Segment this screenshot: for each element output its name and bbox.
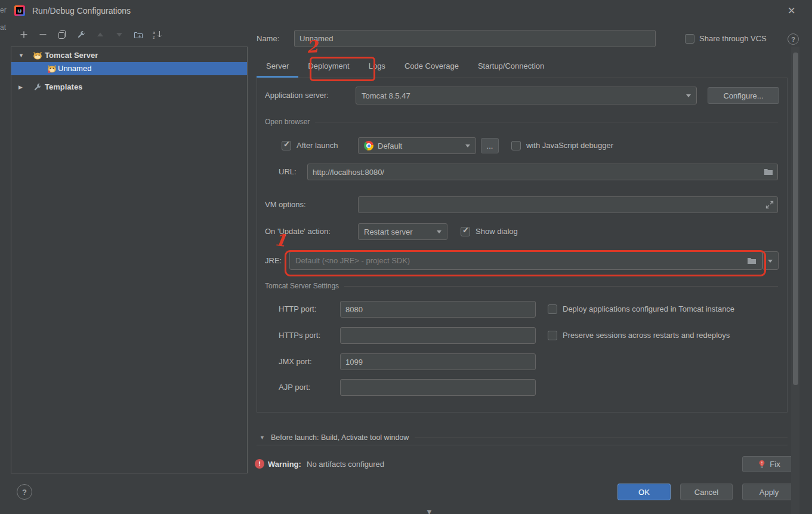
url-row: URL: (257, 164, 787, 180)
chevron-right-icon[interactable] (18, 81, 23, 94)
deploy-apps-label: Deploy applications configured in Tomcat… (563, 301, 734, 318)
apply-button-label: Apply (759, 488, 779, 497)
http-port-label: HTTP port: (279, 301, 316, 318)
configurations-toolbar: az (19, 27, 162, 42)
jmx-port-input[interactable] (340, 353, 536, 370)
js-debugger-checkbox[interactable] (511, 141, 521, 150)
name-input[interactable] (294, 30, 656, 47)
separator-line (257, 445, 788, 445)
chevron-down-icon (437, 230, 441, 233)
move-down-button (115, 30, 124, 39)
tree-item-templates[interactable]: Templates (11, 81, 247, 94)
configure-button[interactable]: Configure... (708, 87, 779, 104)
tree-item-tomcat-server[interactable]: Tomcat Server (11, 49, 247, 62)
tab-code-coverage[interactable]: Code Coverage (395, 56, 468, 78)
tab-server[interactable]: Server (257, 56, 298, 78)
https-port-input[interactable] (340, 327, 536, 344)
help-button[interactable] (17, 484, 32, 500)
background-partial-chevron-icon (425, 507, 433, 514)
share-through-vcs-checkbox[interactable] (685, 34, 694, 44)
application-server-value: Tomcat 8.5.47 (362, 91, 410, 100)
tomcat-settings-section: Tomcat Server Settings (265, 282, 778, 290)
warning-row: Warning: No artifacts configured Fix (255, 456, 796, 473)
intellij-logo-icon: IJ (14, 5, 25, 16)
minus-icon (38, 30, 48, 39)
http-port-row: HTTP port: Deploy applications configure… (257, 301, 787, 318)
create-folder-button[interactable] (134, 30, 143, 39)
arrow-up-icon (95, 30, 105, 39)
url-label: URL: (279, 164, 297, 180)
help-icon[interactable] (788, 33, 799, 45)
show-dialog-checkbox[interactable] (461, 227, 470, 236)
sort-configurations-button[interactable]: az (153, 30, 162, 39)
expand-icon[interactable] (765, 200, 774, 211)
jre-value: Default (<no JRE> - project SDK) (295, 256, 410, 265)
browse-browser-button[interactable]: ... (481, 138, 499, 153)
open-browser-section-label: Open browser (265, 118, 310, 126)
share-through-vcs-label: Share through VCS (699, 30, 767, 48)
folder-icon[interactable] (764, 167, 773, 178)
background-text-fragment: at (0, 23, 6, 32)
url-input[interactable] (307, 164, 778, 180)
chevron-down-icon (768, 260, 773, 263)
jmx-port-row: JMX port: (257, 353, 787, 370)
tomcat-invalid-icon (47, 64, 57, 73)
tomcat-settings-section-label: Tomcat Server Settings (265, 282, 339, 290)
cancel-button-label: Cancel (694, 488, 718, 497)
folder-icon[interactable] (747, 256, 757, 267)
apply-button[interactable]: Apply (742, 484, 796, 500)
http-port-input[interactable] (340, 301, 536, 318)
remove-configuration-button[interactable] (38, 30, 48, 39)
name-row: Name: Share through VCS (257, 30, 798, 48)
before-launch-label: Before launch: Build, Activate tool wind… (271, 433, 409, 442)
name-label: Name: (257, 30, 279, 48)
chevron-down-icon (465, 144, 470, 147)
application-server-combo[interactable]: Tomcat 8.5.47 (356, 87, 697, 104)
close-icon[interactable] (788, 2, 795, 19)
plus-icon (19, 30, 29, 39)
vm-options-input[interactable] (358, 196, 778, 213)
after-launch-checkbox[interactable] (282, 141, 291, 150)
browser-combo[interactable]: Default (358, 137, 476, 154)
copy-configuration-button[interactable] (57, 30, 67, 39)
chevron-down-icon[interactable] (18, 49, 24, 62)
section-separator-line (415, 438, 788, 438)
tab-startup-connection[interactable]: Startup/Connection (468, 56, 554, 78)
chrome-icon (364, 141, 373, 150)
before-launch-section[interactable]: Before launch: Build, Activate tool wind… (257, 431, 788, 444)
scrollbar-thumb[interactable] (793, 53, 798, 385)
after-launch-row: After launch Default ... with JavaScript… (257, 137, 787, 155)
section-separator-line (315, 122, 778, 122)
tree-item-unnamed[interactable]: Unnamed (11, 62, 247, 75)
jre-combo[interactable]: Default (<no JRE> - project SDK) (289, 251, 762, 270)
chevron-down-icon[interactable] (260, 435, 265, 441)
show-dialog-label: Show dialog (476, 223, 518, 240)
update-action-row: On 'Update' action: Restart server Show … (257, 223, 787, 240)
tree-item-label: Unnamed (58, 62, 91, 75)
warning-prefix: Warning: (268, 456, 301, 472)
after-launch-label: After launch (297, 137, 338, 155)
red-bulb-icon (758, 460, 766, 469)
ajp-port-input[interactable] (340, 379, 536, 396)
tab-deployment[interactable]: Deployment (298, 56, 359, 78)
warning-message: No artifacts configured (307, 456, 384, 472)
section-separator-line (344, 286, 778, 287)
add-configuration-button[interactable] (19, 30, 29, 39)
vm-options-label: VM options: (265, 196, 306, 213)
update-action-value: Restart server (364, 227, 413, 236)
jre-row: JRE: Default (<no JRE> - project SDK) (257, 251, 787, 270)
cancel-button[interactable]: Cancel (680, 484, 733, 500)
ok-button[interactable]: OK (618, 484, 671, 500)
edit-defaults-button[interactable] (76, 30, 86, 39)
move-up-button (95, 30, 105, 39)
jre-dropdown-button[interactable] (762, 251, 779, 270)
fix-button[interactable]: Fix (742, 456, 796, 472)
preserve-sessions-checkbox[interactable] (548, 331, 557, 340)
deploy-apps-checkbox[interactable] (548, 304, 557, 314)
update-action-combo[interactable]: Restart server (358, 223, 447, 240)
configuration-tabs: Server Deployment Logs Code Coverage Sta… (257, 56, 788, 78)
new-folder-icon (134, 30, 143, 39)
js-debugger-label: with JavaScript debugger (526, 137, 613, 155)
tab-logs[interactable]: Logs (359, 56, 395, 78)
https-port-label: HTTPs port: (279, 327, 320, 344)
